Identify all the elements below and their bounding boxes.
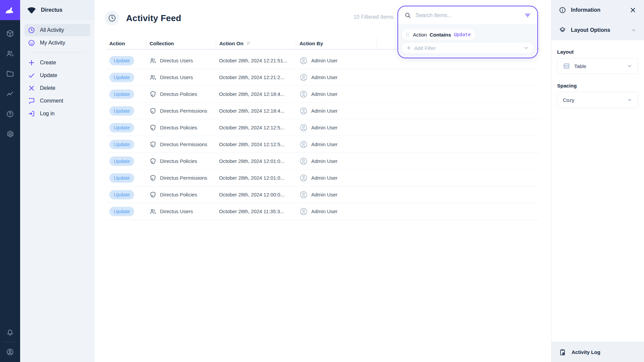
action-badge: Update bbox=[109, 123, 134, 132]
nav-item-update[interactable]: Update bbox=[24, 69, 90, 81]
user-avatar-icon[interactable] bbox=[6, 348, 14, 356]
action-cell: Update bbox=[106, 173, 146, 183]
active-filter-pill[interactable]: Action Contains Update bbox=[402, 29, 475, 40]
action-by-value: Admin User bbox=[311, 74, 337, 80]
spacing-field-label: Spacing bbox=[557, 83, 638, 88]
project-header[interactable]: Directus bbox=[20, 0, 95, 20]
settings-icon[interactable] bbox=[6, 130, 14, 138]
spacing-select[interactable]: Cozy bbox=[557, 92, 638, 108]
collection-name: Directus Users bbox=[160, 74, 193, 80]
action-on-value: October 28th, 2024 12:18:4... bbox=[219, 91, 284, 97]
layout-field-label: Layout bbox=[557, 49, 638, 55]
directus-logo[interactable] bbox=[0, 0, 20, 20]
action-badge: Update bbox=[109, 73, 134, 82]
activity-log-button[interactable]: Activity Log bbox=[551, 342, 644, 362]
filter-value[interactable]: Update bbox=[454, 32, 471, 37]
filter-funnel-icon[interactable] bbox=[524, 12, 531, 19]
action-cell: Update bbox=[106, 56, 146, 65]
action-by-cell: Admin User bbox=[296, 107, 377, 115]
column-header-action-by[interactable]: Action By bbox=[296, 38, 377, 49]
file-library-icon[interactable] bbox=[6, 70, 14, 78]
collection-name: Directus Permissions bbox=[160, 108, 207, 114]
layout-options-content: Layout Table Spacing Cozy bbox=[551, 40, 644, 342]
action-cell: Update bbox=[106, 207, 146, 216]
avatar-icon bbox=[299, 157, 308, 166]
information-label: Information bbox=[571, 7, 625, 13]
page-title: Activity Feed bbox=[126, 13, 181, 23]
nav-item-comment[interactable]: Comment bbox=[24, 95, 90, 107]
action-on-value: October 28th, 2024 12:01:0... bbox=[219, 158, 284, 164]
action-by-value: Admin User bbox=[311, 175, 337, 181]
layout-select-value: Table bbox=[574, 63, 586, 69]
action-cell: Update bbox=[106, 157, 146, 166]
chevron-down-icon bbox=[627, 63, 633, 69]
nav-item-create[interactable]: Create bbox=[24, 57, 90, 69]
nav-item-my-activity[interactable]: My Activity bbox=[24, 37, 90, 49]
action-cell: Update bbox=[106, 73, 146, 82]
table-row[interactable]: UpdateDirectus PoliciesOctober 28th, 202… bbox=[106, 119, 540, 136]
table-row[interactable]: UpdateDirectus PermissionsOctober 28th, … bbox=[106, 103, 540, 119]
filter-operator[interactable]: Contains bbox=[430, 32, 451, 38]
search-input[interactable] bbox=[416, 12, 520, 18]
sort-descending-icon[interactable] bbox=[246, 41, 252, 46]
action-cell: Update bbox=[106, 89, 146, 99]
column-header-action-on[interactable]: Action On bbox=[216, 38, 296, 49]
nav-item-delete[interactable]: Delete bbox=[24, 82, 90, 94]
navigation-sidebar: Directus All Activity My Activity Cre bbox=[20, 0, 95, 362]
clock-icon bbox=[28, 26, 35, 34]
table-row[interactable]: UpdateDirectus UsersOctober 28th, 2024 1… bbox=[106, 203, 540, 220]
action-on-value: October 28th, 2024 12:18:4... bbox=[219, 108, 284, 114]
comment-icon bbox=[28, 97, 35, 105]
main-content: Activity Feed 10 Filtered Items Action bbox=[95, 0, 551, 362]
shield-icon bbox=[149, 191, 157, 198]
activity-clock-icon[interactable] bbox=[105, 11, 119, 25]
insights-icon[interactable] bbox=[6, 90, 14, 98]
table-body: UpdateDirectus UsersOctober 28th, 2024 1… bbox=[106, 52, 540, 220]
plus-icon bbox=[28, 59, 35, 66]
filter-field[interactable]: Action bbox=[413, 32, 427, 38]
close-icon[interactable] bbox=[629, 6, 637, 14]
table-row[interactable]: UpdateDirectus UsersOctober 28th, 2024 1… bbox=[106, 69, 540, 86]
search-row bbox=[398, 6, 537, 24]
content-module-icon[interactable] bbox=[6, 29, 14, 38]
column-header-collection[interactable]: Collection bbox=[146, 38, 216, 49]
column-header-action[interactable]: Action bbox=[106, 38, 146, 49]
action-badge: Update bbox=[109, 157, 134, 166]
collection-cell: Directus Permissions bbox=[146, 141, 216, 148]
shield-icon bbox=[149, 124, 157, 131]
module-bar-bottom bbox=[4, 328, 16, 362]
add-filter-button[interactable]: Add Filter bbox=[402, 43, 533, 53]
action-on-cell: October 28th, 2024 12:12:5... bbox=[216, 125, 296, 130]
help-icon[interactable] bbox=[6, 110, 14, 118]
table-row[interactable]: UpdateDirectus PermissionsOctober 28th, … bbox=[106, 136, 540, 153]
layout-select[interactable]: Table bbox=[557, 58, 638, 74]
table-row[interactable]: UpdateDirectus PermissionsOctober 28th, … bbox=[106, 170, 540, 186]
face-icon bbox=[28, 39, 35, 47]
search-icon bbox=[404, 12, 412, 19]
nav-item-all-activity[interactable]: All Activity bbox=[24, 24, 90, 36]
nav-item-label: All Activity bbox=[40, 27, 64, 33]
notifications-bell-icon[interactable] bbox=[6, 328, 14, 336]
table-row[interactable]: UpdateDirectus PoliciesOctober 28th, 202… bbox=[106, 86, 540, 103]
action-by-value: Admin User bbox=[311, 141, 337, 147]
shield-icon bbox=[149, 107, 157, 115]
user-directory-icon[interactable] bbox=[6, 50, 14, 58]
layers-icon bbox=[559, 26, 566, 34]
action-by-cell: Admin User bbox=[296, 123, 377, 132]
chevron-down-icon bbox=[627, 97, 633, 103]
users-icon bbox=[149, 208, 157, 215]
action-by-value: Admin User bbox=[311, 125, 337, 130]
drag-handle-icon[interactable] bbox=[405, 32, 410, 37]
action-by-value: Admin User bbox=[311, 108, 337, 114]
layout-options-header[interactable]: Layout Options bbox=[551, 20, 644, 40]
avatar-icon bbox=[299, 107, 308, 115]
nav-item-log-in[interactable]: Log in bbox=[24, 108, 90, 120]
x-icon bbox=[28, 84, 35, 92]
action-on-value: October 28th, 2024 12:12:5... bbox=[219, 125, 284, 130]
table-row[interactable]: UpdateDirectus PoliciesOctober 28th, 202… bbox=[106, 186, 540, 203]
table-row[interactable]: UpdateDirectus PoliciesOctober 28th, 202… bbox=[106, 153, 540, 170]
action-on-cell: October 28th, 2024 11:35:3... bbox=[216, 208, 296, 214]
clipboard-clock-icon bbox=[559, 349, 566, 356]
avatar-icon bbox=[299, 174, 308, 182]
filtered-items-count: 10 Filtered Items bbox=[354, 14, 393, 20]
